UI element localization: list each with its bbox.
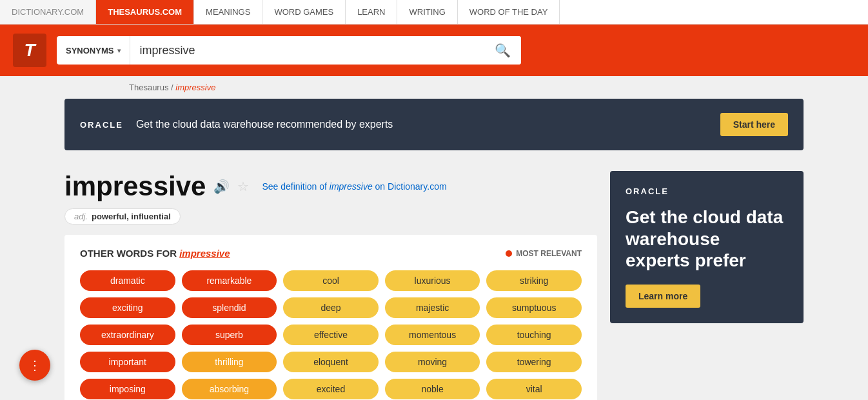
synonym-tag[interactable]: momentous xyxy=(385,325,480,345)
nav-thesaurus[interactable]: THESAURUS.COM xyxy=(96,0,194,24)
relevance-text: MOST RELEVANT xyxy=(516,249,582,258)
synonym-tag[interactable]: noble xyxy=(385,379,480,399)
search-bar: SYNONYMS ▾ 🔍 xyxy=(57,36,521,65)
breadcrumb-current: impressive xyxy=(175,83,215,92)
chevron-down-icon: ▾ xyxy=(117,47,121,54)
search-type-dropdown[interactable]: SYNONYMS ▾ xyxy=(57,36,130,65)
nav-word-of-day[interactable]: WORD OF THE DAY xyxy=(458,0,560,24)
synonym-tag[interactable]: excited xyxy=(283,379,379,399)
pos-tag: adj.powerful, influential xyxy=(64,208,181,225)
ad-banner: ORACLE Get the cloud data warehouse reco… xyxy=(64,99,804,150)
sidebar-oracle-logo: ORACLE xyxy=(626,186,788,196)
top-nav: DICTIONARY.COM THESAURUS.COM MEANINGS WO… xyxy=(0,0,868,25)
synonym-tag[interactable]: cool xyxy=(283,270,379,291)
synonym-tag[interactable]: striking xyxy=(486,270,582,291)
nav-writing[interactable]: WRITING xyxy=(397,0,457,24)
synonym-tag[interactable]: exciting xyxy=(80,297,175,318)
pos-meaning: powerful, influential xyxy=(92,212,171,221)
dict-link-suffix: on Dictionary.com xyxy=(373,181,447,192)
main-layout: impressive 🔊 ☆ See definition of impress… xyxy=(0,161,868,400)
nav-dictionary[interactable]: DICTIONARY.COM xyxy=(0,0,96,24)
synonym-tag[interactable]: deep xyxy=(283,297,379,318)
synonym-tag[interactable]: absorbing xyxy=(182,379,277,399)
breadcrumb: Thesaurus / impressive xyxy=(0,76,868,99)
header: T SYNONYMS ▾ 🔍 xyxy=(0,25,868,76)
floating-menu-button[interactable]: ⋮ xyxy=(19,350,50,381)
synonym-tag[interactable]: superb xyxy=(182,325,277,345)
relevance-dot xyxy=(506,250,512,257)
dict-link-prefix: See definition of xyxy=(262,181,329,192)
synonym-tag[interactable]: moving xyxy=(385,352,480,372)
synonym-tag[interactable]: remarkable xyxy=(182,270,277,291)
search-type-label: SYNONYMS xyxy=(66,46,113,55)
synonyms-title-word: impressive xyxy=(179,248,230,259)
content-area: impressive 🔊 ☆ See definition of impress… xyxy=(64,161,597,400)
relevance-label: MOST RELEVANT xyxy=(506,249,582,258)
synonyms-header: OTHER WORDS FOR impressive MOST RELEVANT xyxy=(80,248,582,259)
search-icon: 🔍 xyxy=(495,43,511,57)
synonym-tag[interactable]: sumptuous xyxy=(486,297,582,318)
search-button[interactable]: 🔍 xyxy=(484,36,521,65)
synonym-tag[interactable]: dramatic xyxy=(80,270,175,291)
dictionary-link[interactable]: See definition of impressive on Dictiona… xyxy=(262,181,446,192)
synonym-tag[interactable]: thrilling xyxy=(182,352,277,372)
logo: T xyxy=(13,34,46,67)
tags-grid: dramaticremarkablecoolluxuriousstrikinge… xyxy=(80,270,582,399)
synonyms-title-prefix: OTHER WORDS FOR xyxy=(80,248,179,259)
synonym-tag[interactable]: majestic xyxy=(385,297,480,318)
dict-link-word: impressive xyxy=(330,181,373,192)
word-title-row: impressive 🔊 ☆ See definition of impress… xyxy=(64,161,597,202)
breadcrumb-thesaurus[interactable]: Thesaurus xyxy=(129,83,168,92)
ad-oracle-logo: ORACLE xyxy=(80,120,123,130)
nav-learn[interactable]: LEARN xyxy=(346,0,397,24)
sidebar-learn-button[interactable]: Learn more xyxy=(626,285,700,308)
synonym-tag[interactable]: towering xyxy=(486,352,582,372)
synonym-tag[interactable]: vital xyxy=(486,379,582,399)
nav-meanings[interactable]: MEANINGS xyxy=(194,0,262,24)
synonym-tag[interactable]: luxurious xyxy=(385,270,480,291)
synonym-tag[interactable]: eloquent xyxy=(283,352,379,372)
search-input[interactable] xyxy=(130,36,484,65)
synonym-tag[interactable]: extraordinary xyxy=(80,325,175,345)
synonym-tag[interactable]: effective xyxy=(283,325,379,345)
synonyms-card: OTHER WORDS FOR impressive MOST RELEVANT… xyxy=(64,235,597,400)
sidebar-ad-title: Get the cloud data warehouse experts pre… xyxy=(626,206,788,272)
nav-word-games[interactable]: WORD GAMES xyxy=(262,0,346,24)
synonym-tag[interactable]: important xyxy=(80,352,175,372)
word-title: impressive xyxy=(64,171,206,202)
speaker-icon[interactable]: 🔊 xyxy=(213,179,230,194)
pos-label: adj. xyxy=(74,212,88,221)
ad-text: Get the cloud data warehouse recommended… xyxy=(136,119,707,130)
ad-start-button[interactable]: Start here xyxy=(720,113,788,136)
sidebar-ad: ORACLE Get the cloud data warehouse expe… xyxy=(610,171,804,323)
synonyms-title: OTHER WORDS FOR impressive xyxy=(80,248,230,259)
synonym-tag[interactable]: splendid xyxy=(182,297,277,318)
dots-icon: ⋮ xyxy=(28,357,41,373)
synonym-tag[interactable]: imposing xyxy=(80,379,175,399)
star-icon[interactable]: ☆ xyxy=(237,179,249,194)
synonym-tag[interactable]: touching xyxy=(486,325,582,345)
